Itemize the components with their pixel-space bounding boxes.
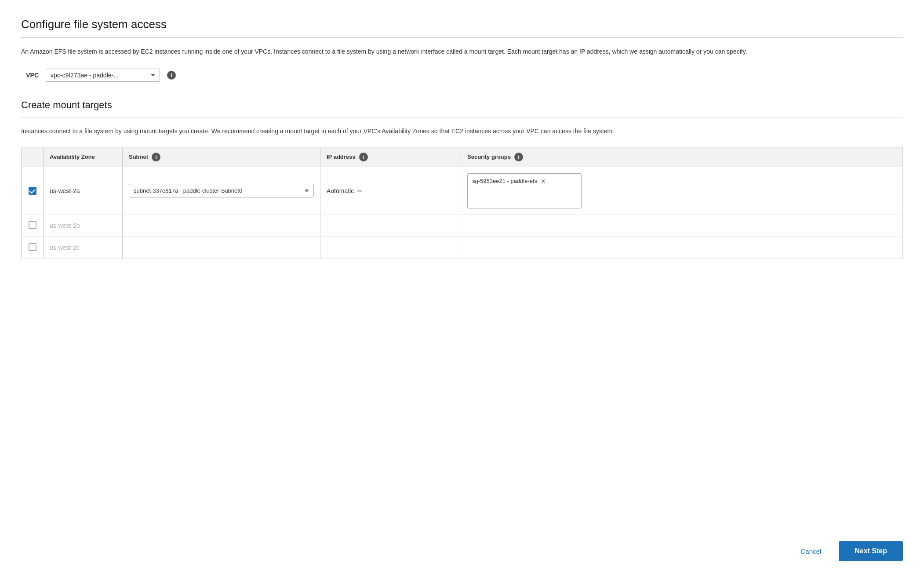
col-header-subnet: Subnet i bbox=[123, 147, 320, 167]
col-header-ip: IP address i bbox=[320, 147, 461, 167]
table-row: us-west-2a subnet-337e817a - paddle-clus… bbox=[22, 167, 903, 215]
row1-ip-edit-icon[interactable]: ✏ bbox=[357, 187, 363, 194]
row3-ip bbox=[320, 237, 461, 259]
row2-ip bbox=[320, 215, 461, 237]
row3-az: us-west-2c bbox=[44, 237, 123, 259]
table-body: us-west-2a subnet-337e817a - paddle-clus… bbox=[22, 167, 903, 259]
table-header: Availability Zone Subnet i IP address i … bbox=[22, 147, 903, 167]
vpc-label: VPC bbox=[21, 72, 39, 79]
row2-az: us-west-2b bbox=[44, 215, 123, 237]
page-description: An Amazon EFS file system is accessed by… bbox=[21, 47, 856, 56]
col-header-sg: Security groups i bbox=[461, 147, 903, 167]
next-step-button[interactable]: Next Step bbox=[839, 541, 903, 561]
vpc-select[interactable]: vpc-c9f273ae - paddle-... bbox=[46, 69, 160, 82]
section-description: Instances connect to a file system by us… bbox=[21, 126, 637, 136]
section-divider bbox=[21, 117, 903, 117]
row1-sg-remove[interactable]: ✕ bbox=[541, 177, 546, 186]
footer: Cancel Next Step bbox=[0, 532, 924, 570]
table-row: us-west-2b bbox=[22, 215, 903, 237]
table-row: us-west-2c bbox=[22, 237, 903, 259]
row1-sg: sg-5953ee21 - paddle-efs ✕ bbox=[461, 167, 903, 215]
row3-checkbox[interactable] bbox=[29, 243, 36, 251]
col-header-az: Availability Zone bbox=[44, 147, 123, 167]
row3-checkbox-cell bbox=[22, 237, 44, 259]
vpc-row: VPC vpc-c9f273ae - paddle-... i bbox=[21, 69, 903, 82]
vpc-info-icon[interactable]: i bbox=[167, 71, 176, 80]
cancel-button[interactable]: Cancel bbox=[794, 543, 829, 559]
subnet-info-icon[interactable]: i bbox=[152, 153, 160, 161]
sg-info-icon[interactable]: i bbox=[514, 153, 523, 161]
row2-checkbox[interactable] bbox=[29, 221, 36, 229]
row1-checkbox-cell bbox=[22, 167, 44, 215]
ip-info-icon[interactable]: i bbox=[359, 153, 368, 161]
row1-az: us-west-2a bbox=[44, 167, 123, 215]
row1-checkbox[interactable] bbox=[29, 187, 36, 195]
row2-checkbox-cell bbox=[22, 215, 44, 237]
page-title: Configure file system access bbox=[21, 18, 903, 31]
section-title: Create mount targets bbox=[21, 99, 903, 111]
row1-sg-tag: sg-5953ee21 - paddle-efs ✕ bbox=[472, 177, 546, 186]
row2-sg bbox=[461, 215, 903, 237]
row1-sg-box: sg-5953ee21 - paddle-efs ✕ bbox=[467, 173, 582, 208]
row3-sg bbox=[461, 237, 903, 259]
col-header-checkbox bbox=[22, 147, 44, 167]
row1-subnet-select[interactable]: subnet-337e817a - paddle-cluster-Subnet0 bbox=[129, 184, 314, 197]
row1-subnet: subnet-337e817a - paddle-cluster-Subnet0 bbox=[123, 167, 320, 215]
title-divider bbox=[21, 37, 903, 38]
mount-targets-table: Availability Zone Subnet i IP address i … bbox=[21, 147, 903, 259]
row3-subnet bbox=[123, 237, 320, 259]
row1-ip: Automatic ✏ bbox=[320, 167, 461, 215]
row2-subnet bbox=[123, 215, 320, 237]
